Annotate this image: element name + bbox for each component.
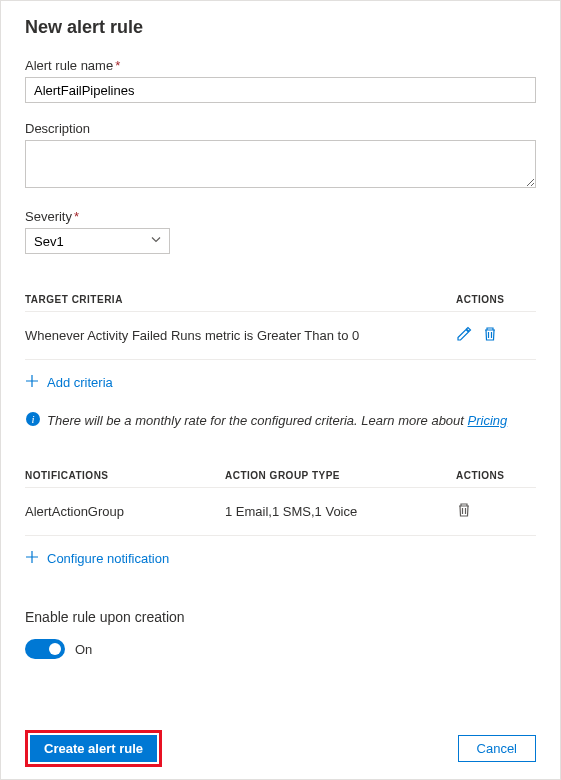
svg-text:i: i	[31, 413, 34, 425]
severity-label: Severity*	[25, 209, 536, 224]
configure-notification-label: Configure notification	[47, 551, 169, 566]
add-criteria-label: Add criteria	[47, 375, 113, 390]
severity-select[interactable]: Sev1	[25, 228, 170, 254]
plus-icon	[25, 550, 39, 567]
pencil-icon	[456, 326, 472, 345]
enable-rule-label: Enable rule upon creation	[25, 609, 536, 625]
target-criteria-header: TARGET CRITERIA	[25, 294, 456, 305]
pricing-link[interactable]: Pricing	[468, 413, 508, 428]
alert-name-input[interactable]	[25, 77, 536, 103]
notification-actions-header: ACTIONS	[456, 470, 536, 481]
edit-criteria-button[interactable]	[456, 326, 472, 345]
required-asterisk: *	[74, 209, 79, 224]
page-title: New alert rule	[25, 17, 536, 38]
notification-type: 1 Email,1 SMS,1 Voice	[225, 504, 456, 519]
action-group-type-header: ACTION GROUP TYPE	[225, 470, 456, 481]
required-asterisk: *	[115, 58, 120, 73]
criteria-row: Whenever Activity Failed Runs metric is …	[25, 312, 536, 360]
notification-row: AlertActionGroup 1 Email,1 SMS,1 Voice	[25, 488, 536, 536]
add-criteria-button[interactable]: Add criteria	[25, 360, 536, 405]
pricing-info-text: There will be a monthly rate for the con…	[47, 413, 468, 428]
description-label: Description	[25, 121, 536, 136]
notification-name: AlertActionGroup	[25, 504, 225, 519]
notifications-header: NOTIFICATIONS	[25, 470, 225, 481]
configure-notification-button[interactable]: Configure notification	[25, 536, 536, 581]
toggle-state-label: On	[75, 642, 92, 657]
create-button-highlight: Create alert rule	[25, 730, 162, 767]
criteria-text: Whenever Activity Failed Runs metric is …	[25, 328, 456, 343]
description-input[interactable]	[25, 140, 536, 188]
trash-icon	[482, 326, 498, 345]
trash-icon	[456, 502, 472, 521]
criteria-actions-header: ACTIONS	[456, 294, 536, 305]
create-alert-rule-button[interactable]: Create alert rule	[30, 735, 157, 762]
pricing-info-row: i There will be a monthly rate for the c…	[25, 405, 536, 442]
enable-rule-toggle[interactable]	[25, 639, 65, 659]
alert-name-label: Alert rule name*	[25, 58, 536, 73]
info-icon: i	[25, 411, 41, 430]
cancel-button[interactable]: Cancel	[458, 735, 536, 762]
delete-criteria-button[interactable]	[482, 326, 498, 345]
delete-notification-button[interactable]	[456, 502, 472, 521]
plus-icon	[25, 374, 39, 391]
